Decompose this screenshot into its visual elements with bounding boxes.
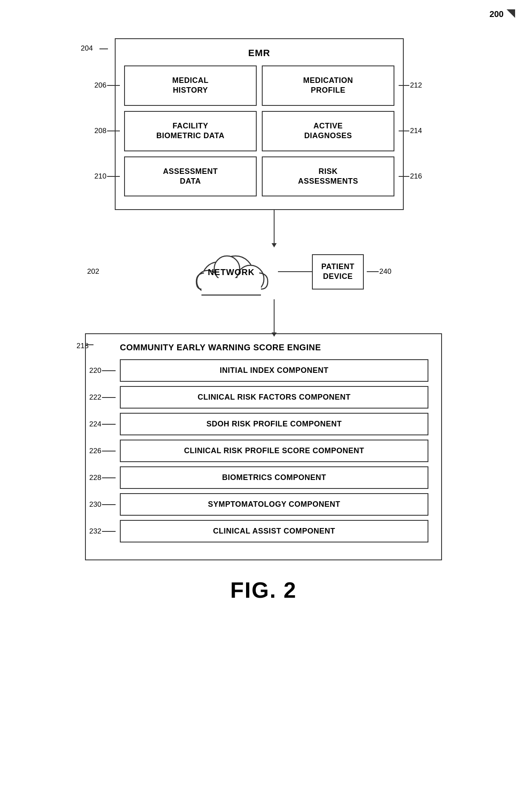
emr-cell-wrapper-208: 208 FACILITYBIOMETRIC DATA [124,111,257,151]
emr-cell-wrapper-216: 216 RISKASSESSMENTS [262,156,394,197]
ref-224: 224 [89,420,101,429]
ref-224-line [102,424,116,425]
cews-component-clinical-assist: CLINICAL ASSIST COMPONENT [120,520,428,542]
emr-cell-wrapper-214: 214 ACTIVEDIAGNOSES [262,111,394,151]
emr-cell-active-diagnoses: ACTIVEDIAGNOSES [262,111,394,151]
cews-title: COMMUNITY EARLY WARNING SCORE ENGINE [120,343,428,352]
cews-component-sdoh-risk-profile: SDOH RISK PROFILE COMPONENT [120,413,428,435]
page: 200 204 EMR 206 MEDICALHISTORY 212 MEDIC… [0,0,527,812]
ref-232: 232 [89,527,101,536]
ref-216: 216 [410,172,422,181]
ref-230-line [102,504,116,505]
emr-wrapper: 204 EMR 206 MEDICALHISTORY 212 MEDICATIO… [94,38,434,210]
horiz-line-to-patient [278,271,312,272]
ref-222: 222 [89,393,101,402]
cews-component-wrapper-230: 230 SYMPTOMATOLOGY COMPONENT [120,493,428,516]
cews-component-wrapper-220: 220 INITIAL INDEX COMPONENT [120,359,428,382]
svg-rect-5 [201,278,261,295]
ref-210-line [107,176,120,177]
ref-200: 200 [490,9,504,19]
ref-232-line [102,531,116,532]
ref-216-line [399,176,409,177]
ref-220: 220 [89,366,101,375]
ref-210: 210 [94,172,106,181]
ref-222-line [102,397,116,398]
cews-component-wrapper-228: 228 BIOMETRICS COMPONENT [120,466,428,489]
connector-network-cews [274,299,275,333]
ref-228: 228 [89,474,101,482]
ref-226: 226 [89,447,101,455]
cloud-container: NETWORK [184,244,278,299]
arrow-200-icon [507,9,515,18]
connector-emr-network [274,210,275,244]
patient-device-wrapper: 240 PATIENTDEVICE [312,254,364,290]
emr-title: EMR [124,48,394,59]
cews-component-clinical-risk-factors: CLINICAL RISK FACTORS COMPONENT [120,386,428,409]
patient-device-box: PATIENTDEVICE [312,254,364,290]
emr-cell-assessment-data: ASSESSMENTDATA [124,156,257,197]
emr-cell-medical-history: MEDICALHISTORY [124,65,257,106]
fig-caption: FIG. 2 [230,577,297,603]
ref-220-line [102,370,116,371]
ref-208: 208 [94,127,106,135]
emr-cell-facility-biometric: FACILITYBIOMETRIC DATA [124,111,257,151]
cews-component-wrapper-232: 232 CLINICAL ASSIST COMPONENT [120,520,428,542]
cews-component-biometrics: BIOMETRICS COMPONENT [120,466,428,489]
ref-240-line [367,271,379,272]
emr-grid: 206 MEDICALHISTORY 212 MEDICATIONPROFILE… [124,65,394,196]
cews-component-wrapper-226: 226 CLINICAL RISK PROFILE SCORE COMPONEN… [120,440,428,462]
ref-206-line [107,85,120,86]
cews-component-symptomatology: SYMPTOMATOLOGY COMPONENT [120,493,428,516]
emr-cell-wrapper-206: 206 MEDICALHISTORY [124,65,257,106]
cews-component-wrapper-222: 222 CLINICAL RISK FACTORS COMPONENT [120,386,428,409]
cews-component-wrapper-224: 224 SDOH RISK PROFILE COMPONENT [120,413,428,435]
ref-204-line [99,48,108,49]
emr-cell-wrapper-210: 210 ASSESSMENTDATA [124,156,257,197]
ref-214: 214 [410,127,422,135]
network-wrapper: 202 NETW [83,244,465,299]
ref-212-line [399,85,409,86]
network-label: NETWORK [208,267,255,277]
ref-226-line [102,451,116,451]
cews-component-clinical-risk-profile-score: CLINICAL RISK PROFILE SCORE COMPONENT [120,440,428,462]
ref-208-line [107,131,120,131]
ref-204: 204 [81,44,93,53]
ref-228-line [102,477,116,478]
emr-cell-medication-profile: MEDICATIONPROFILE [262,65,394,106]
ref-214-line [399,131,409,131]
cews-wrapper: 218 COMMUNITY EARLY WARNING SCORE ENGINE… [72,333,455,560]
ref-212: 212 [410,81,422,90]
ref-206: 206 [94,81,106,90]
cews-component-initial-index: INITIAL INDEX COMPONENT [120,359,428,382]
ref-202: 202 [87,267,99,276]
cews-box: COMMUNITY EARLY WARNING SCORE ENGINE 220… [85,333,442,560]
emr-cell-risk-assessments: RISKASSESSMENTS [262,156,394,197]
emr-box: EMR 206 MEDICALHISTORY 212 MEDICATIONPRO… [115,38,404,210]
ref-230: 230 [89,500,101,509]
emr-cell-wrapper-212: 212 MEDICATIONPROFILE [262,65,394,106]
ref-240: 240 [380,267,391,276]
